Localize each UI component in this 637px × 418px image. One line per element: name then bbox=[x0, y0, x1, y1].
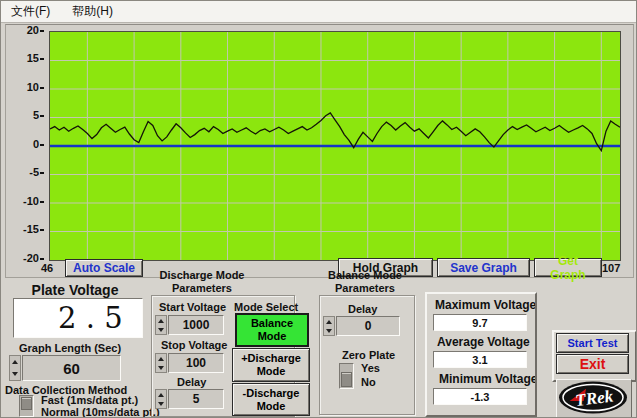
balance-delay-input[interactable]: 0 bbox=[336, 316, 400, 336]
y-axis-label: 20 bbox=[14, 24, 44, 36]
plate-voltage-label: Plate Voltage bbox=[9, 282, 141, 298]
balance-title-line2: Parameters bbox=[313, 282, 417, 295]
graph-length-stepper[interactable] bbox=[9, 355, 21, 381]
trek-logo: TRek bbox=[556, 379, 632, 418]
balance-mode-button[interactable]: Balance Mode bbox=[235, 313, 309, 347]
x-axis-max-label: 107 bbox=[602, 262, 620, 274]
stop-voltage-stepper[interactable] bbox=[155, 353, 167, 373]
discharge-title-line2: Parameters bbox=[147, 282, 257, 295]
test-control-panel: Start Test Exit bbox=[552, 330, 637, 382]
zero-plate-yes[interactable]: Yes bbox=[361, 362, 380, 374]
waveform-plot bbox=[49, 31, 621, 261]
zero-plate-label: Zero Plate bbox=[342, 349, 395, 361]
graph-length-input[interactable]: 60 bbox=[22, 355, 121, 381]
start-test-button[interactable]: Start Test bbox=[556, 333, 629, 353]
y-axis-label: 10 bbox=[14, 81, 44, 93]
discharge-delay-stepper[interactable] bbox=[155, 389, 167, 409]
zero-plate-switch[interactable] bbox=[339, 363, 354, 389]
balance-mode-line2: Mode bbox=[258, 330, 287, 343]
mode-select-label: Mode Select bbox=[234, 301, 298, 313]
discharge-title-line1: Discharge Mode bbox=[147, 269, 257, 282]
voltage-stats-panel: Maximum Voltage 9.7 Average Voltage 3.1 … bbox=[425, 292, 537, 417]
balance-group-title: Balance Mode Parameters bbox=[313, 269, 417, 295]
auto-scale-button[interactable]: Auto Scale bbox=[65, 259, 143, 277]
maximum-voltage-value: 9.7 bbox=[433, 314, 527, 331]
y-axis-label: -5 bbox=[14, 166, 44, 178]
minimum-voltage-value: -1.3 bbox=[433, 388, 527, 405]
minimum-voltage-label: Minimum Voltage bbox=[439, 372, 537, 386]
switch-knob bbox=[21, 397, 32, 410]
maximum-voltage-label: Maximum Voltage bbox=[435, 298, 536, 312]
discharge-group-title: Discharge Mode Parameters bbox=[147, 269, 257, 295]
plate-voltage-display: 2.5 bbox=[13, 298, 143, 338]
switch-knob bbox=[341, 372, 352, 387]
exit-button[interactable]: Exit bbox=[556, 354, 629, 374]
balance-mode-line1: Balance bbox=[251, 317, 293, 330]
dcm-option-fast[interactable]: Fast (1ms/data pt.) bbox=[41, 394, 138, 406]
neg-discharge-line2: Mode bbox=[257, 400, 286, 413]
balance-delay-label: Delay bbox=[348, 303, 377, 315]
stop-voltage-label: Stop Voltage bbox=[161, 339, 227, 351]
x-axis-min-label: 46 bbox=[41, 262, 53, 274]
positive-discharge-mode-button[interactable]: +Discharge Mode bbox=[232, 348, 310, 382]
balance-title-line1: Balance Mode bbox=[313, 269, 417, 282]
start-voltage-input[interactable]: 1000 bbox=[168, 315, 224, 335]
balance-delay-stepper[interactable] bbox=[323, 316, 335, 336]
dcm-option-normal[interactable]: Normal (10ms/data pt.) bbox=[41, 406, 160, 418]
negative-discharge-mode-button[interactable]: -Discharge Mode bbox=[232, 383, 310, 416]
instrument-window: 文件(F) 帮助(H) 20 15 10 5 0 -5 -10 -15 -20 … bbox=[0, 0, 637, 418]
stop-voltage-input[interactable]: 100 bbox=[168, 353, 224, 373]
menu-help[interactable]: 帮助(H) bbox=[72, 3, 113, 20]
menu-file[interactable]: 文件(F) bbox=[11, 3, 50, 20]
start-voltage-label: Start Voltage bbox=[159, 301, 226, 313]
average-voltage-value: 3.1 bbox=[433, 351, 527, 368]
graph-length-label: Graph Length (Sec) bbox=[19, 342, 121, 354]
data-collection-switch[interactable] bbox=[19, 395, 34, 417]
trek-logo-image: TRek bbox=[557, 380, 629, 415]
start-voltage-stepper[interactable] bbox=[155, 315, 167, 335]
y-axis-label: 0 bbox=[14, 138, 44, 150]
y-axis-label: -15 bbox=[14, 223, 44, 235]
y-axis-label: 5 bbox=[14, 109, 44, 121]
get-graph-button[interactable]: Get Graph bbox=[534, 258, 602, 277]
menu-bar: 文件(F) 帮助(H) bbox=[1, 1, 637, 23]
save-graph-button[interactable]: Save Graph bbox=[437, 258, 530, 277]
pos-discharge-line2: Mode bbox=[257, 365, 286, 378]
discharge-delay-input[interactable]: 5 bbox=[168, 389, 224, 409]
neg-discharge-line1: -Discharge bbox=[243, 387, 300, 400]
pos-discharge-line1: +Discharge bbox=[241, 352, 301, 365]
y-axis-label: -10 bbox=[14, 195, 44, 207]
y-axis-label: -20 bbox=[14, 252, 44, 264]
y-axis-label: 15 bbox=[14, 52, 44, 64]
discharge-delay-label: Delay bbox=[177, 376, 206, 388]
average-voltage-label: Average Voltage bbox=[437, 335, 530, 349]
zero-plate-no[interactable]: No bbox=[361, 376, 376, 388]
